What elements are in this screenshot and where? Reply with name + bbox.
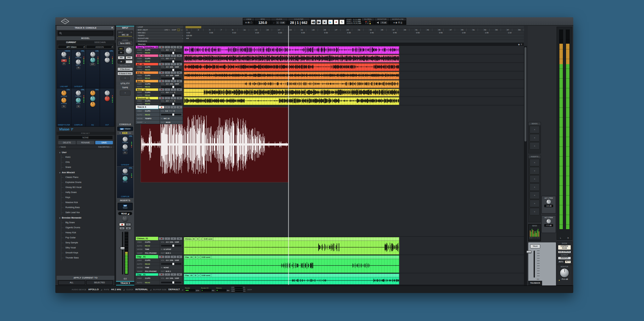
field-value[interactable]: READ [145, 263, 150, 265]
global-record-indicator[interactable] [365, 21, 367, 22]
view-columns-icon[interactable]: ▤ [247, 21, 250, 24]
input-monitor-button[interactable]: I [165, 54, 170, 57]
mute-button[interactable]: M [177, 106, 182, 108]
plugin-slot[interactable]: + [530, 159, 540, 166]
pan-left[interactable]: 100L [169, 277, 174, 279]
output-routing-value[interactable]: BUS 1 [166, 252, 171, 254]
orange-knob[interactable] [61, 91, 66, 96]
preset-search[interactable] [58, 31, 113, 36]
alt2-trim-value[interactable]: -7.7 dB [544, 224, 553, 227]
mute-button[interactable]: M [177, 71, 182, 74]
input-monitor-button[interactable]: I [165, 273, 170, 276]
field-value[interactable]: READ [145, 52, 150, 54]
volume-value[interactable]: -2.6 [165, 66, 169, 68]
mute-button[interactable]: M [177, 273, 182, 276]
input-routing-value[interactable]: NONE [164, 267, 169, 268]
field-value[interactable]: TEMPO [145, 118, 152, 119]
track-lane[interactable] [136, 97, 524, 105]
utility-header[interactable]: UTILITY [116, 82, 134, 85]
preset-group[interactable]: ∨User [57, 150, 114, 155]
volume-value[interactable]: -2.6 [165, 259, 169, 261]
preset-item[interactable]: Keys [57, 195, 114, 200]
track-name[interactable]: Bouzouki_01 [136, 97, 158, 99]
pan-left[interactable]: PAN [169, 58, 173, 59]
volume-slider[interactable] [161, 86, 182, 88]
record-arm-button[interactable] [159, 80, 164, 82]
volume-slider[interactable] [161, 282, 182, 283]
audio-clip[interactable] [184, 97, 399, 105]
red-knob[interactable] [105, 96, 110, 101]
module-chip[interactable]: EXP [90, 63, 95, 66]
silver-knob[interactable] [90, 52, 95, 57]
pan-left[interactable]: PAN [169, 100, 173, 102]
input-routing-value[interactable]: MIC 18 [164, 118, 169, 119]
volume-value[interactable]: -2.6 [165, 58, 169, 59]
mute-button[interactable]: M [177, 237, 182, 240]
pan-left[interactable]: 100L [169, 259, 174, 261]
fader-value[interactable]: 0.0 [116, 278, 134, 281]
markers-row[interactable]: MARKERS [136, 40, 524, 43]
alt1-trim-knob[interactable] [547, 200, 551, 204]
solo-button[interactable]: S [171, 256, 176, 258]
depth-knob[interactable] [123, 144, 128, 149]
tape-header[interactable]: TAPE [116, 86, 134, 89]
preset-item[interactable]: Explosive Drums [57, 180, 114, 185]
record-fx-deesser[interactable]: P De-Esser [117, 67, 133, 71]
preset-value-box[interactable]: NONE [58, 136, 113, 140]
solo-button[interactable]: S [119, 227, 125, 230]
preset-group[interactable]: ∨Ann Mincieli [57, 170, 114, 175]
track-lane[interactable] [136, 71, 524, 80]
field-value[interactable]: READ [145, 94, 150, 96]
apply-all-button[interactable]: ALL [58, 280, 85, 285]
plugin-module[interactable]: 235LTHRESHRATIOINCOMP/LIM [71, 88, 86, 127]
field-value[interactable]: READ [145, 114, 150, 116]
tab-current[interactable]: CURRENT [57, 40, 86, 44]
volume-value[interactable]: -2.6 [165, 75, 169, 76]
counter-value[interactable]: 28 | 1 | 662 [290, 21, 308, 25]
record-arm-button[interactable] [159, 237, 164, 240]
pan-right[interactable]: 100R [175, 75, 179, 76]
bar-beat-row[interactable]: BAR | BEAT GRID ¼ SNAP ∞ ➜ 1357911131517… [136, 29, 524, 31]
track-name[interactable]: Clap _01 [136, 273, 158, 276]
tempo-row[interactable]: TEMPO› 120.00 [136, 34, 524, 37]
field-value[interactable]: CLIPS [145, 49, 150, 51]
gain-knob[interactable] [126, 47, 132, 54]
save-button[interactable]: SAVE [95, 141, 113, 144]
field-value[interactable]: POLYPHONIC [145, 270, 157, 272]
field-value[interactable]: READ [145, 103, 150, 105]
pan-right[interactable]: C [174, 49, 175, 51]
track-name[interactable]: Travis Thibodaux_01 [136, 46, 158, 48]
module-chip[interactable]: Ø [62, 63, 66, 65]
automation-read-button[interactable]: READ ◢ [118, 212, 132, 215]
field-value[interactable]: CLIPS [145, 259, 150, 261]
signature-value[interactable]: 4/4 [186, 37, 189, 39]
delete-button[interactable]: DELETE [58, 141, 76, 144]
console-tab-in[interactable]: IN [119, 132, 121, 134]
loop-region[interactable] [186, 26, 201, 28]
volume-value[interactable]: -2.6 [165, 277, 169, 279]
alt2-trim-knob[interactable] [547, 219, 551, 224]
audio-clip[interactable] [184, 72, 399, 80]
plugin-module[interactable]: 225L [100, 50, 114, 88]
favorites-label[interactable]: FAVORITES [98, 146, 109, 148]
input-monitor-button[interactable]: I [165, 80, 170, 82]
plugin-slot[interactable]: + [530, 208, 540, 215]
input-monitor-button[interactable]: I [165, 71, 170, 74]
track-name[interactable]: TRACK 5 [136, 105, 158, 109]
audio-device-value[interactable]: APOLLO [88, 288, 99, 291]
comp-thresh-knob[interactable] [123, 169, 128, 174]
field-value[interactable]: READ [145, 86, 150, 88]
stop-button[interactable]: ■ [322, 19, 327, 25]
mute-button[interactable]: M [125, 227, 131, 230]
click-count-chip[interactable]: 1 [276, 21, 279, 24]
pan-right[interactable]: 100R [175, 259, 179, 261]
track-header[interactable]: Bass _01ISMVIEWCLIPSVOL-2.6PANCAUTOREAD [136, 88, 183, 97]
global-overload-indicator[interactable]: OL [369, 21, 371, 22]
plugin-module[interactable]: 215LLO-PASSHI-PASSDLSWEEP FILTER [57, 88, 71, 127]
plugin-slot[interactable]: + [530, 200, 540, 207]
close-icon[interactable]: ✕ [111, 26, 113, 29]
track-lane[interactable] [136, 63, 524, 71]
field-value[interactable]: CLIPS [145, 241, 150, 243]
dl-chip[interactable]: DL [123, 152, 127, 154]
track-header[interactable]: TRACK 5ISMVIEWCLIPSVOL0.0PANCAUTOREADMOD… [136, 105, 183, 124]
